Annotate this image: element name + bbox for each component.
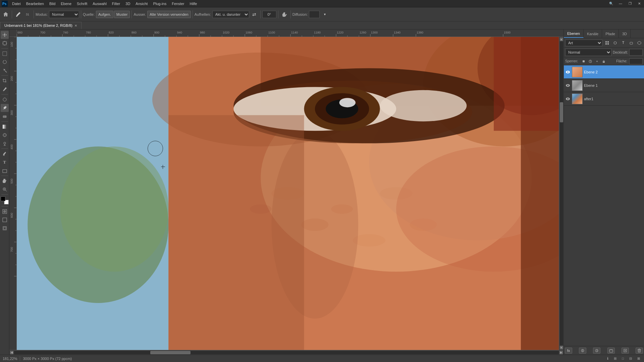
lasso-tool[interactable] [1, 58, 9, 66]
scroll-right-button[interactable]: ▶ [559, 351, 563, 354]
minimize-button[interactable]: — [616, 0, 625, 7]
tab-ebenen[interactable]: Ebenen [564, 29, 584, 38]
opacity-input[interactable]: 100% [629, 49, 643, 56]
menu-schrift[interactable]: Schrift [74, 1, 90, 6]
blur-tool[interactable] [1, 131, 9, 139]
menu-3d[interactable]: 3D [123, 1, 133, 6]
delete-layer-button[interactable] [636, 348, 643, 354]
diffusion-input[interactable]: 5 [309, 11, 320, 18]
close-button[interactable]: ✕ [635, 0, 644, 7]
gradient-tool[interactable] [1, 123, 9, 131]
screen-mode-button[interactable] [1, 216, 9, 224]
new-layer-button[interactable] [622, 348, 629, 354]
maximize-button[interactable]: ❐ [625, 0, 635, 7]
eyedropper-tool[interactable] [1, 85, 9, 93]
status-grid-btn[interactable]: ⊞ [612, 357, 618, 360]
menu-hilfe[interactable]: Hilfe [187, 1, 200, 6]
aufgen-button[interactable]: Aufgen. [96, 11, 113, 18]
status-frame-btn[interactable]: ⊠ [636, 357, 641, 360]
crop-tool[interactable] [1, 77, 9, 85]
blend-mode-select[interactable]: Normal Auflösen Abdunkeln Multiplizieren… [565, 49, 611, 56]
tab-pfade[interactable]: Pfade [602, 29, 619, 38]
art-type-select[interactable]: Art [565, 40, 602, 46]
artboards-button[interactable] [1, 224, 9, 232]
vertical-scroll-thumb[interactable] [560, 102, 563, 122]
brush-tool-active[interactable] [14, 10, 22, 19]
menu-datei[interactable]: Datei [9, 1, 23, 6]
search-btn[interactable]: 🔍 [606, 0, 616, 7]
eraser-tool[interactable] [1, 112, 9, 120]
muster-button[interactable]: Muster [114, 11, 130, 18]
brush-size-btn[interactable]: 31 [23, 10, 32, 19]
scroll-down-button[interactable]: ▼ [560, 346, 563, 349]
horizontal-scroll-track[interactable] [14, 351, 559, 354]
menu-filter[interactable]: Filter [109, 1, 123, 6]
layer-visibility-ebene1[interactable] [565, 83, 571, 88]
lock-position-btn[interactable] [587, 58, 593, 64]
scroll-left-button[interactable]: ◀ [10, 351, 13, 354]
hand-tool[interactable] [1, 177, 9, 185]
pen-tool[interactable] [1, 150, 9, 158]
document-tab[interactable]: Unbenannt-1 bei 181% (Ebene 2, RGB/8) ✕ [0, 22, 82, 29]
text-tool[interactable]: T [1, 158, 9, 166]
tab-close-button[interactable]: ✕ [74, 24, 77, 27]
menu-fenster[interactable]: Fenster [169, 1, 187, 6]
lock-pixels-btn[interactable] [581, 58, 587, 64]
horizontal-scrollbar[interactable]: ◀ ▶ [9, 350, 564, 355]
menu-bearbeiten[interactable]: Bearbeiten [23, 1, 47, 6]
home-button[interactable] [1, 10, 10, 19]
tab-kanale[interactable]: Kanäle [584, 29, 602, 38]
diffusion-dropdown[interactable]: ▼ [320, 10, 329, 19]
text-filter-btn[interactable]: T [620, 40, 627, 46]
layer-adjustment-button[interactable] [593, 348, 600, 354]
color-swatches[interactable] [1, 196, 9, 204]
vertical-scroll-track[interactable] [560, 42, 563, 345]
smartobj-filter-btn[interactable] [636, 40, 643, 46]
angle-input[interactable] [262, 11, 276, 18]
canvas[interactable] [17, 37, 559, 350]
layer-visibility-after1[interactable] [565, 96, 571, 102]
status-square-btn[interactable]: □ [621, 357, 625, 360]
menu-plugins[interactable]: Plug-ins [150, 1, 169, 6]
svg-rect-151 [630, 42, 633, 44]
fg-color-swatch[interactable] [1, 196, 5, 201]
layer-fx-button[interactable]: fx [565, 348, 572, 354]
lock-all-btn[interactable] [601, 58, 607, 64]
vertical-scrollbar[interactable]: ▲ ▼ [559, 37, 564, 350]
horizontal-scroll-thumb[interactable] [150, 351, 191, 354]
status-arrange-btn[interactable]: ⊟ [628, 357, 633, 360]
heal-brush-tool[interactable] [1, 96, 9, 104]
clone-stamp-tool[interactable] [1, 104, 9, 112]
menu-ansicht[interactable]: Ansicht [133, 1, 150, 6]
mode-select[interactable]: Normal [49, 11, 79, 18]
menu-auswahl[interactable]: Auswahl [90, 1, 109, 6]
shape-filter-btn[interactable] [628, 40, 635, 46]
finger-tool-button[interactable] [280, 10, 289, 19]
alte-version-button[interactable]: Alte Version verwenden [147, 11, 191, 18]
layer-mask-button[interactable] [579, 348, 586, 354]
layer-item-ebene1[interactable]: Ebene 1 [564, 79, 644, 92]
layer-visibility-ebene2[interactable] [565, 69, 571, 75]
new-group-button[interactable] [607, 348, 615, 354]
dodge-tool[interactable] [1, 139, 9, 147]
fill-input[interactable]: 100% [629, 58, 643, 64]
select-rect-tool[interactable] [1, 50, 9, 58]
move-tool[interactable] [1, 31, 9, 39]
menu-ebene[interactable]: Ebene [58, 1, 74, 6]
quick-mask-button[interactable] [1, 207, 9, 216]
aufhellen-select[interactable]: Akt. u. darunter [212, 11, 249, 18]
scroll-up-button[interactable]: ▲ [560, 38, 563, 41]
layer-item-after1[interactable]: after1 [564, 92, 644, 106]
artboard-tool[interactable] [1, 39, 9, 47]
aufhellen-flip[interactable]: ⇄ [250, 10, 259, 19]
pixel-filter-btn[interactable] [604, 40, 610, 46]
layer-item-ebene2[interactable]: Ebene 2 [564, 65, 644, 79]
menu-bild[interactable]: Bild [47, 1, 58, 6]
status-info-btn[interactable]: ℹ [606, 357, 610, 360]
magic-wand-tool[interactable] [1, 66, 9, 74]
zoom-tool[interactable] [1, 185, 9, 193]
adjustment-filter-btn[interactable] [612, 40, 619, 46]
shape-tool[interactable] [1, 167, 9, 175]
tab-3d[interactable]: 3D [619, 29, 631, 38]
lock-artboard-btn[interactable] [594, 58, 600, 64]
